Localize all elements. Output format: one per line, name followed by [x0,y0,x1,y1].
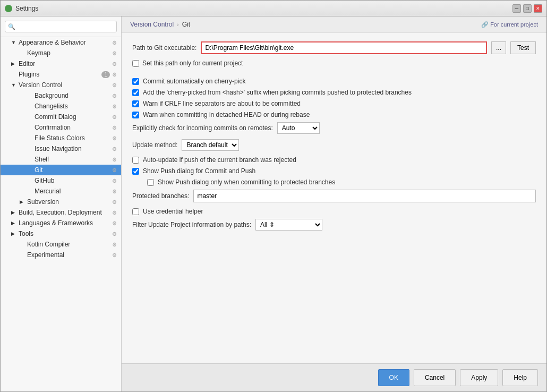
sidebar-item-label: Build, Execution, Deployment [19,209,110,216]
filter-row: Filter Update Project information by pat… [132,219,536,231]
sidebar-item-label: File Status Colors [35,134,110,142]
show-push-dialog-checkbox[interactable] [132,168,139,175]
sidebar-item-changelists[interactable]: Changelists ⚙ [1,101,121,112]
sidebar-item-label: GitHub [35,177,110,184]
expand-arrow: ▼ [11,40,18,45]
sidebar-item-languages-frameworks[interactable]: ▶ Languages & Frameworks ⚙ [1,218,121,228]
sidebar-item-keymap[interactable]: Keymap ⚙ [1,48,121,58]
sidebar-item-kotlin-compiler[interactable]: Kotlin Compiler ⚙ [1,239,121,250]
warn-detached-checkbox[interactable] [132,112,139,118]
sidebar-item-background[interactable]: Background ⚙ [1,90,121,101]
settings-icon: ⚙ [112,252,117,258]
sidebar-item-label: Keymap [27,49,110,57]
expand-arrow: ▶ [11,61,18,66]
commit-cherry-pick-row: Commit automatically on cherry-pick [132,78,536,85]
expand-arrow: ▶ [20,199,26,204]
settings-icon: ⚙ [112,40,117,46]
commit-cherry-pick-label: Commit automatically on cherry-pick [143,78,245,85]
sidebar-item-label: Editor [19,60,110,67]
sidebar-item-version-control[interactable]: ▼ Version Control ⚙ [1,80,121,90]
window-controls: ─ □ ✕ [512,4,542,13]
warn-crlf-checkbox[interactable] [132,100,139,107]
sidebar-item-label: Background [35,92,110,99]
current-project-link[interactable]: 🔗 For current project [481,21,538,28]
sidebar-item-file-status-colors[interactable]: File Status Colors ⚙ [1,133,121,143]
git-path-input[interactable] [201,41,487,54]
maximize-button[interactable]: □ [523,4,532,13]
settings-window: Settings ─ □ ✕ 🔍 ▼ Appearance & Behavior… [0,0,547,392]
sidebar-item-editor[interactable]: ▶ Editor ⚙ [1,58,121,69]
settings-icon: ⚙ [112,167,117,173]
sidebar-item-appearance[interactable]: ▼ Appearance & Behavior ⚙ [1,37,121,48]
expand-arrow: ▶ [11,220,18,226]
commit-cherry-pick-checkbox[interactable] [132,78,139,85]
sidebar-item-plugins[interactable]: Plugins 1 ⚙ [1,69,121,80]
sidebar-item-label: Mercurial [35,188,110,195]
protected-branches-row: Protected branches: [132,190,536,202]
sidebar-item-label: Commit Dialog [35,113,110,121]
breadcrumb-current: Git [182,21,190,28]
close-button[interactable]: ✕ [534,4,542,13]
set-path-only-checkbox[interactable] [132,60,139,67]
settings-icon: ⚙ [112,50,117,56]
apply-button[interactable]: Apply [460,369,498,386]
set-path-only-label: Set this path only for current project [142,59,243,67]
sidebar-item-experimental[interactable]: Experimental ⚙ [1,250,121,260]
settings-icon: ⚙ [112,178,117,184]
plugins-badge: 1 [101,71,110,78]
settings-icon: ⚙ [112,146,117,152]
sidebar-item-build-execution[interactable]: ▶ Build, Execution, Deployment ⚙ [1,207,121,218]
protected-branches-label: Protected branches: [132,192,189,200]
link-icon: 🔗 [481,21,489,28]
warn-crlf-label: Warn if CRLF line separators are about t… [143,100,301,107]
filter-select[interactable]: All ⇕ Only affected files [255,219,322,231]
help-button[interactable]: Help [502,369,538,386]
sidebar-item-git[interactable]: Git ⚙ [1,165,121,175]
git-path-row: Path to Git executable: ... Test [132,41,536,54]
settings-icon: ⚙ [112,157,117,163]
sidebar-item-label: Changelists [35,103,110,110]
browse-button[interactable]: ... [491,41,506,54]
cherry-picked-suffix-checkbox[interactable] [132,89,139,96]
cherry-picked-suffix-label: Add the 'cherry-picked from <hash>' suff… [143,89,412,96]
settings-icon: ⚙ [112,72,117,78]
update-method-row: Update method: Branch default Merge Reba… [132,139,536,151]
sidebar-item-label: Languages & Frameworks [19,219,110,227]
incoming-commits-row: Explicitly check for incoming commits on… [132,122,536,134]
set-path-only-row: Set this path only for current project [132,59,536,67]
cancel-button[interactable]: Cancel [414,369,456,386]
settings-icon: ⚙ [112,231,117,237]
incoming-commits-select[interactable]: Auto Always Never [277,122,320,134]
settings-icon: ⚙ [112,242,117,248]
sidebar-item-confirmation[interactable]: Confirmation ⚙ [1,122,121,133]
filter-label: Filter Update Project information by pat… [132,221,251,228]
sidebar-item-github[interactable]: GitHub ⚙ [1,175,121,186]
sidebar-item-commit-dialog[interactable]: Commit Dialog ⚙ [1,112,121,122]
breadcrumb-version-control[interactable]: Version Control [130,21,174,28]
sidebar-item-tools[interactable]: ▶ Tools ⚙ [1,228,121,239]
sidebar-item-label: Experimental [27,251,110,259]
show-push-protected-checkbox[interactable] [147,179,154,186]
sidebar-item-shelf[interactable]: Shelf ⚙ [1,154,121,165]
ok-button[interactable]: OK [378,369,409,386]
current-project-label: For current project [490,21,538,28]
protected-branches-input[interactable] [193,190,536,202]
test-button[interactable]: Test [510,41,536,54]
search-input[interactable] [5,21,117,32]
sidebar-item-issue-navigation[interactable]: Issue Navigation ⚙ [1,143,121,154]
auto-update-rejected-label: Auto-update if push of the current branc… [143,156,296,164]
use-credential-helper-checkbox[interactable] [132,208,139,215]
sidebar-item-subversion[interactable]: ▶ Subversion ⚙ [1,197,121,207]
warn-detached-label: Warn when committing in detached HEAD or… [143,111,310,118]
git-path-label: Path to Git executable: [132,44,196,52]
sidebar-item-mercurial[interactable]: Mercurial ⚙ [1,186,121,197]
auto-update-rejected-checkbox[interactable] [132,157,139,164]
sidebar-item-label: Issue Navigation [35,145,110,152]
sidebar-item-label: Appearance & Behavior [19,39,110,46]
update-method-select[interactable]: Branch default Merge Rebase [182,139,239,151]
sidebar-item-label: Confirmation [35,124,110,131]
minimize-button[interactable]: ─ [512,4,521,13]
settings-icon: ⚙ [112,104,117,109]
settings-icon: ⚙ [112,135,117,141]
settings-icon: ⚙ [112,189,117,194]
